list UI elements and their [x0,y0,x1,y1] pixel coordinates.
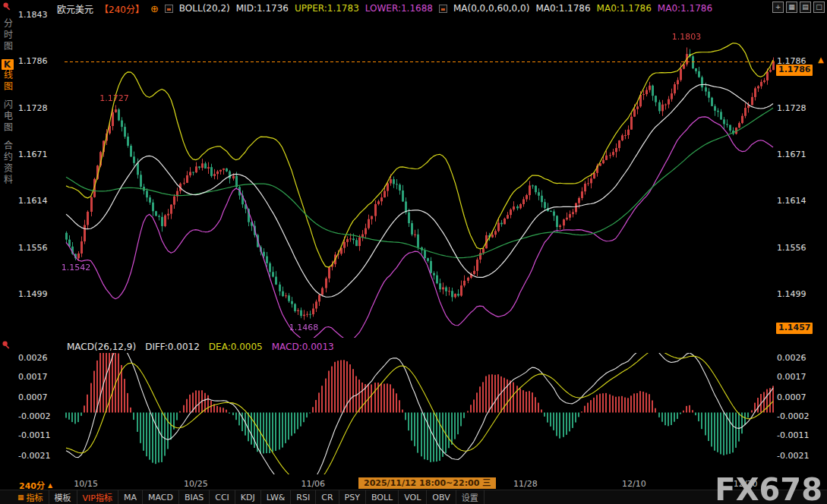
y-axis-label: 1.1499 [18,290,48,299]
macd-value: MACD:0.0013 [272,342,334,352]
ma-value-1: MA0:1.1786 [535,3,590,14]
y-axis-label: 1.1499 [777,290,806,299]
indicator-tab-cci[interactable]: CCI [210,490,235,504]
pin-icon[interactable] [2,2,12,11]
indicator-tab-group: MAMACDBIASCCIKDJLW&RSICRPSYBOLLVOLOBV [118,490,456,504]
price-annotation: 1.1468 [289,323,319,332]
candlestick-chart[interactable] [65,19,775,338]
x-axis-label: 10/25 [184,479,208,489]
macd-axis-label: 0.0026 [777,354,806,363]
y-axis-label: 1.1671 [777,150,806,159]
macd-diff-value: DIFF:0.0012 [145,342,200,352]
sidebar-item-time-chart[interactable]: 分时图 [3,18,12,52]
boll-upper-value: UPPER:1.1783 [295,3,359,14]
chart-header: 欧元美元 【240分】 ⊕ BOLL(20,2) MID:1.1736 UPPE… [57,0,712,17]
y-axis-label: 1.1843 [18,11,48,20]
indicator-tab-vol[interactable]: VOL [399,490,427,504]
sidebar-item-contract-info[interactable]: 合约资料 [3,140,12,186]
macd-axis-label: 0.0017 [18,373,48,382]
macd-axis-label: -0.0002 [18,412,50,421]
tab-settings[interactable]: 设置 [456,490,485,504]
price-up-arrow-icon: ▲ [818,56,824,64]
indicator-tab-kdj[interactable]: KDJ [235,490,261,504]
ma-value-3: MA0:1.1786 [658,3,712,14]
split-view-icon[interactable]: ▤ [800,2,811,13]
boll-indicator-icon [165,5,173,13]
macd-axis-label: 0.0007 [777,393,806,402]
chart-type-sidebar: 分时图 K线图 闪电图 合约资料 [0,0,14,186]
macd-axis-label: -0.0002 [777,412,809,421]
indicator-tab-bias[interactable]: BIAS [179,490,210,504]
x-axis-label: 12/10 [622,479,646,489]
y-axis-label: 1.1614 [18,197,48,206]
tab-indicators[interactable]: ▦指标 [12,490,49,504]
x-axis-label: 10/15 [74,479,98,489]
y-axis-label: 1.1556 [18,244,48,253]
add-indicator-icon[interactable]: ⊕ [150,3,159,14]
indicator-tab-boll[interactable]: BOLL [366,490,399,504]
pin-icon[interactable] [2,340,11,350]
symbol-name: 欧元美元 [57,2,93,15]
macd-axis-label: 0.0026 [18,354,48,363]
macd-chart[interactable] [65,353,775,474]
x-axis-label: 11/06 [301,479,325,489]
sidebar-item-kline-chart[interactable]: K线图 [3,59,12,93]
fullscreen-icon[interactable]: □ [813,2,825,13]
watermark: FX678 [715,475,822,504]
indicator-tab-cr[interactable]: CR [316,490,339,504]
boll-params-label: BOLL(20,2) [179,3,230,14]
y-axis-label: 1.1614 [777,197,806,206]
current-price-tag: 1.1786 [776,65,813,76]
boll-lower-value: LOWER:1.1688 [365,3,433,14]
y-axis-label: 1.1786 [18,57,48,66]
sidebar-item-lightning-chart[interactable]: 闪电图 [3,99,12,134]
macd-axis-label: -0.0021 [18,452,50,461]
macd-axis-label: 0.0007 [18,393,48,402]
grid-icon: ▦ [17,493,24,501]
grid-view-icon[interactable]: ▦ [786,2,797,13]
macd-axis-label: -0.0021 [777,452,809,461]
ma-value-2: MA0:1.1786 [597,3,652,14]
indicator-tab-rsi[interactable]: RSI [291,490,316,504]
y-axis-label: 1.1728 [777,104,806,113]
tab-vip-indicators[interactable]: VIP指标 [77,490,118,504]
macd-axis-label: -0.0011 [18,431,50,440]
macd-axis-label: 0.0017 [777,373,806,382]
indicator-tab-ma[interactable]: MA [118,490,143,504]
indicator-tab-macd[interactable]: MACD [143,490,179,504]
price-annotation: 1.1803 [672,33,702,42]
dropdown-arrow-icon: ▲ [48,482,52,489]
boll-mid-value: MID:1.1736 [236,3,289,14]
price-annotation: 1.1542 [62,263,91,272]
forex-charting-app: 欧元美元 【240分】 ⊕ BOLL(20,2) MID:1.1736 UPPE… [0,0,827,504]
timeframe-badge[interactable]: 【240分】 [99,2,144,15]
y-axis-label: 1.1556 [777,244,806,253]
macd-dea-value: DEA:0.0005 [209,342,263,352]
indicator-toolbar: ▦指标 模板 VIP指标 MAMACDBIASCCIKDJLW&RSICRPSY… [0,490,827,504]
indicator-tab-psy[interactable]: PSY [339,490,366,504]
macd-header: MACD(26,12,9) DIFF:0.0012 DEA:0.0005 MAC… [67,342,334,352]
chart-window-controls: + ▦ ▤ □ [772,2,825,13]
ma-indicator-icon [439,5,447,13]
y-axis-label: 1.1728 [18,104,48,113]
range-low-tag: 1.1457 [776,323,813,334]
macd-axis-label: -0.0011 [777,431,809,440]
crosshair-icon[interactable]: + [772,2,784,13]
macd-params-label: MACD(26,12,9) [67,342,136,352]
price-annotation: 1.1727 [99,94,129,103]
ma-params-label: MA(0,0,0,60,0,0) [453,3,529,14]
crosshair-time-tooltip: 2025/11/12 18:00~22:00 三 [358,477,496,489]
indicator-tab-lw[interactable]: LW& [261,490,292,504]
y-axis-label: 1.1671 [18,150,48,159]
tab-templates[interactable]: 模板 [49,490,77,504]
indicator-tab-obv[interactable]: OBV [427,490,456,504]
x-axis-label: 11/28 [513,479,538,489]
